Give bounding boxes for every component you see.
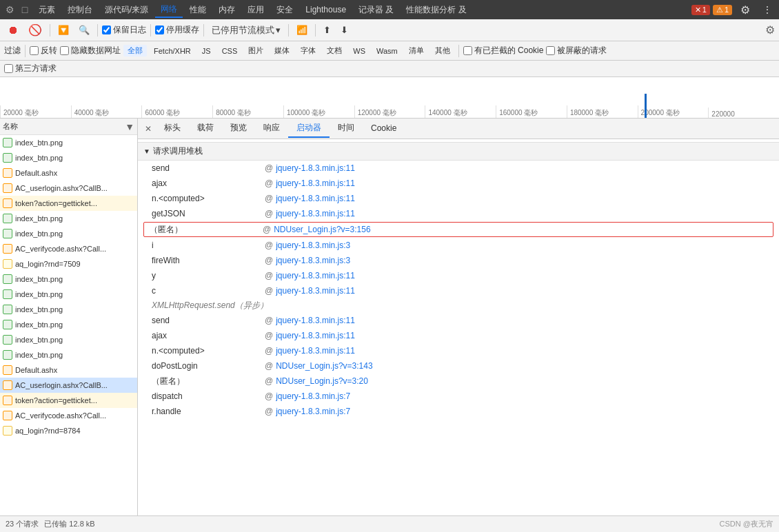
file-item[interactable]: index_btn.png <box>0 226 137 241</box>
file-item[interactable]: index_btn.png <box>0 317 137 332</box>
file-item[interactable]: AC_userlogin.ashx?CallB... <box>0 181 137 196</box>
hide-data-urls-checkbox[interactable] <box>60 46 69 55</box>
stack-link[interactable]: jquery-1.8.3.min.js:11 <box>276 331 355 340</box>
menu-elements[interactable]: 元素 <box>33 3 61 17</box>
filter-img[interactable]: 图片 <box>244 45 267 57</box>
file-item[interactable]: aq_login?rnd=8784 <box>0 423 137 438</box>
filter-doc[interactable]: 文档 <box>323 45 346 57</box>
tab-payload[interactable]: 载荷 <box>189 119 222 138</box>
menu-performance[interactable]: 性能 <box>184 3 212 17</box>
blocked-requests-checkbox[interactable] <box>546 46 555 55</box>
blocked-cookies-checkbox[interactable] <box>463 46 472 55</box>
filter-ws[interactable]: WS <box>349 46 370 56</box>
stack-row: r.handle@jquery-1.8.3.min.js:7 <box>138 404 779 419</box>
menu-lighthouse[interactable]: Lighthouse <box>300 3 352 16</box>
file-item[interactable]: index_btn.png <box>0 287 137 302</box>
file-item[interactable]: index_btn.png <box>0 272 137 287</box>
menu-performance-insights[interactable]: 性能数据分析 及 <box>401 3 472 17</box>
stack-link[interactable]: jquery-1.8.3.min.js:3 <box>276 241 350 250</box>
file-item[interactable]: AC_verifycode.ashx?Call... <box>0 241 137 256</box>
stack-link[interactable]: jquery-1.8.3.min.js:11 <box>276 271 355 280</box>
file-item[interactable]: token?action=getticket... <box>0 393 137 408</box>
filter-font[interactable]: 字体 <box>296 45 320 57</box>
more-button[interactable]: ⋮ <box>758 3 776 17</box>
stack-section-header[interactable]: ▼ 请求调用堆栈 <box>138 142 779 161</box>
stack-link[interactable]: jquery-1.8.3.min.js:11 <box>276 316 355 325</box>
third-party-label[interactable]: 第三方请求 <box>4 63 57 74</box>
file-item[interactable]: token?action=getticket... <box>0 196 137 211</box>
stack-link[interactable]: NDUser_Login.js?v=3:156 <box>274 225 370 234</box>
disable-cache-checkbox[interactable] <box>155 25 164 34</box>
blocked-requests-label[interactable]: 被屏蔽的请求 <box>546 45 607 57</box>
close-tab-button[interactable]: ✕ <box>141 123 156 135</box>
preserve-log-label[interactable]: 保留日志 <box>102 24 146 36</box>
stack-link[interactable]: jquery-1.8.3.min.js:11 <box>276 286 355 296</box>
dock-icon[interactable]: □ <box>18 3 32 17</box>
file-item[interactable]: index_btn.png <box>0 332 137 347</box>
stack-link[interactable]: jquery-1.8.3.min.js:11 <box>276 163 355 173</box>
filter-button[interactable]: 🔽 <box>54 23 72 37</box>
menu-console[interactable]: 控制台 <box>62 3 98 17</box>
file-item[interactable]: index_btn.png <box>0 150 137 165</box>
tab-timing[interactable]: 时间 <box>330 119 363 138</box>
disable-cache-label[interactable]: 停用缓存 <box>155 24 199 36</box>
file-item[interactable]: AC_verifycode.ashx?Call... <box>0 408 137 423</box>
filter-fetch-xhr[interactable]: Fetch/XHR <box>150 46 195 56</box>
stack-link[interactable]: NDUser_Login.js?v=3:20 <box>276 376 368 386</box>
stack-link[interactable]: jquery-1.8.3.min.js:11 <box>276 178 355 188</box>
tab-initiator[interactable]: 启动器 <box>288 119 330 138</box>
upload-button[interactable]: ⬆ <box>320 23 334 37</box>
preserve-log-checkbox[interactable] <box>102 25 111 34</box>
warn-badge[interactable]: ⚠ 1 <box>713 5 732 15</box>
menu-recorder[interactable]: 记录器 及 <box>353 3 399 17</box>
stack-link[interactable]: jquery-1.8.3.min.js:3 <box>276 256 350 265</box>
stack-link[interactable]: jquery-1.8.3.min.js:11 <box>276 346 355 356</box>
menu-memory[interactable]: 内存 <box>213 3 241 17</box>
wifi-button[interactable]: 📶 <box>293 23 311 37</box>
sort-button[interactable]: ▼ <box>125 121 134 132</box>
filter-wasm[interactable]: Wasm <box>372 46 402 56</box>
stack-link[interactable]: jquery-1.8.3.min.js:7 <box>276 407 350 416</box>
reverse-checkbox[interactable] <box>30 46 39 55</box>
stack-link[interactable]: jquery-1.8.3.min.js:7 <box>276 391 350 401</box>
tab-cookie[interactable]: Cookie <box>363 121 405 137</box>
file-item[interactable]: Default.ashx <box>0 362 137 378</box>
clear-button[interactable]: 🚫 <box>25 22 45 38</box>
toolbar-settings-icon[interactable]: ⚙ <box>765 23 775 37</box>
file-item[interactable]: index_btn.png <box>0 211 137 226</box>
menu-sources[interactable]: 源代码/来源 <box>99 3 154 17</box>
file-item[interactable]: aq_login?rnd=7509 <box>0 256 137 272</box>
stack-link[interactable]: jquery-1.8.3.min.js:11 <box>276 194 355 203</box>
reverse-label[interactable]: 反转 <box>30 45 57 57</box>
menu-network[interactable]: 网络 <box>155 2 183 18</box>
menu-bar-right: ✕ 1 ⚠ 1 ⚙ ⋮ <box>691 2 776 18</box>
devtools-icon[interactable]: ⚙ <box>3 3 17 17</box>
filter-css[interactable]: CSS <box>218 46 242 56</box>
hide-data-urls-label[interactable]: 隐藏数据网址 <box>60 45 121 57</box>
file-item[interactable]: index_btn.png <box>0 302 137 317</box>
throttle-button[interactable]: 已停用节流模式 ▾ <box>208 23 284 38</box>
stack-link[interactable]: NDUser_Login.js?v=3:143 <box>276 361 372 371</box>
blocked-cookies-label[interactable]: 有已拦截的 Cookie <box>463 45 544 57</box>
filter-js[interactable]: JS <box>198 46 215 56</box>
tab-headers[interactable]: 标头 <box>156 119 189 138</box>
file-item[interactable]: index_btn.png <box>0 347 137 362</box>
file-item[interactable]: Default.ashx <box>0 165 137 181</box>
filter-media[interactable]: 媒体 <box>270 45 294 57</box>
error-badge[interactable]: ✕ 1 <box>691 5 710 15</box>
menu-application[interactable]: 应用 <box>242 3 270 17</box>
download-button[interactable]: ⬇ <box>337 23 352 37</box>
settings-button[interactable]: ⚙ <box>735 2 756 18</box>
filter-all[interactable]: 全部 <box>123 45 147 57</box>
search-button[interactable]: 🔍 <box>75 23 93 37</box>
filter-other[interactable]: 其他 <box>431 45 454 57</box>
tab-preview[interactable]: 预览 <box>222 119 255 138</box>
record-button[interactable]: ⏺ <box>4 23 22 38</box>
file-item[interactable]: index_btn.png <box>0 135 137 150</box>
menu-security[interactable]: 安全 <box>271 3 299 17</box>
stack-link[interactable]: jquery-1.8.3.min.js:11 <box>276 209 355 218</box>
file-item[interactable]: AC_userlogin.ashx?CallB... <box>0 378 137 393</box>
third-party-checkbox[interactable] <box>4 64 13 73</box>
tab-response[interactable]: 响应 <box>255 119 288 138</box>
filter-manifest[interactable]: 清单 <box>405 45 428 57</box>
